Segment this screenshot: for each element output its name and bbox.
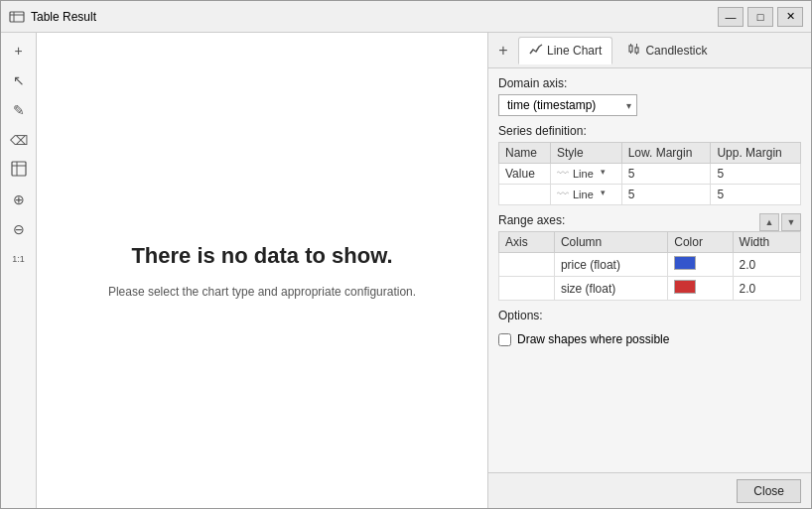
domain-axis-label: Domain axis: [498, 76, 801, 90]
domain-select-wrapper: time (timestamp) ▾ [498, 94, 637, 116]
range-color-box-0[interactable] [674, 256, 696, 270]
draw-shapes-label: Draw shapes where possible [517, 332, 669, 346]
no-data-title: There is no data to show. [131, 243, 392, 269]
candlestick-tab-icon [627, 42, 641, 59]
tabs-bar: + Line Chart [488, 33, 811, 68]
tab-line-chart[interactable]: Line Chart [518, 37, 612, 64]
range-axis-1 [499, 277, 555, 301]
range-col-color: Color [668, 232, 733, 253]
reset-zoom-button[interactable]: 1:1 [5, 245, 33, 273]
series-definition-section: Series definition: Name Style Low. Margi… [498, 124, 801, 205]
series-style-select-wrapper-0: Line [571, 167, 606, 181]
tab-line-chart-label: Line Chart [547, 44, 602, 58]
eraser-icon: ⌫ [10, 133, 28, 148]
cursor-icon: ↖ [13, 72, 25, 88]
range-axes-header: Range axes: ▲ ▼ [498, 213, 801, 231]
range-row-0: price (float) 2.0 [499, 253, 801, 277]
range-nav-down-button[interactable]: ▼ [781, 213, 801, 231]
series-style-select-1[interactable]: Line [571, 189, 606, 200]
series-definition-label: Series definition: [498, 124, 801, 138]
range-nav-buttons: ▲ ▼ [759, 213, 801, 231]
range-column-1: size (float) [554, 277, 667, 301]
zoom-out-button[interactable]: ⊖ [5, 215, 33, 243]
series-name-0: Value [499, 164, 551, 185]
cursor-tool-button[interactable]: ↖ [5, 66, 33, 94]
series-low-margin-1: 5 [621, 185, 711, 205]
options-label: Options: [498, 309, 801, 322]
range-width-0: 2.0 [733, 253, 800, 277]
main-content: + ↖ ✎ ⌫ [1, 33, 811, 508]
add-icon: + [14, 43, 22, 59]
range-col-axis: Axis [499, 232, 555, 253]
series-col-upp-margin: Upp. Margin [711, 143, 801, 164]
range-axes-section: Range axes: ▲ ▼ Axis Column Color [498, 213, 801, 301]
right-panel: + Line Chart [487, 33, 811, 508]
range-color-1 [668, 277, 733, 301]
range-axes-label: Range axes: [498, 213, 565, 227]
range-table: Axis Column Color Width price (float) [498, 231, 801, 301]
window-controls: — □ ✕ [718, 7, 803, 27]
zoom-out-icon: ⊖ [13, 221, 25, 237]
options-section: Options: Draw shapes where possible [498, 309, 801, 346]
draw-shapes-checkbox[interactable] [498, 333, 511, 346]
maximize-button[interactable]: □ [747, 7, 773, 27]
svg-rect-0 [10, 12, 24, 22]
tab-candlestick-label: Candlestick [645, 44, 707, 58]
close-button[interactable]: Close [737, 479, 801, 503]
draw-shapes-row: Draw shapes where possible [498, 332, 801, 346]
svg-rect-9 [635, 48, 638, 53]
series-style-0: 〰 Line [551, 164, 622, 185]
zoom-in-button[interactable]: ⊕ [5, 186, 33, 213]
svg-rect-6 [629, 46, 632, 52]
series-style-select-0[interactable]: Line [571, 168, 606, 180]
range-row-1: size (float) 2.0 [499, 277, 801, 301]
range-axis-0 [499, 253, 555, 277]
chart-canvas: There is no data to show. Please select … [37, 33, 487, 508]
range-nav-up-button[interactable]: ▲ [759, 213, 779, 231]
table-tool-button[interactable] [5, 156, 33, 184]
range-column-0: price (float) [554, 253, 667, 277]
range-color-box-1[interactable] [674, 280, 696, 294]
add-tab-button[interactable]: + [492, 40, 514, 62]
domain-axis-select[interactable]: time (timestamp) [498, 94, 637, 116]
minimize-button[interactable]: — [718, 7, 744, 27]
series-upp-margin-0: 5 [711, 164, 801, 185]
pen-tool-button[interactable]: ✎ [5, 96, 33, 124]
series-style-1: 〰 Line [551, 185, 622, 205]
tab-candlestick[interactable]: Candlestick [616, 37, 718, 64]
eraser-tool-button[interactable]: ⌫ [5, 126, 33, 154]
vertical-toolbar: + ↖ ✎ ⌫ [1, 33, 37, 508]
pen-icon: ✎ [13, 102, 25, 118]
add-tool-button[interactable]: + [5, 37, 33, 64]
series-col-low-margin: Low. Margin [621, 143, 711, 164]
reset-zoom-icon: 1:1 [12, 254, 25, 264]
add-tab-icon: + [498, 42, 507, 60]
svg-rect-3 [12, 162, 26, 176]
bottom-bar: Close [488, 472, 811, 508]
series-style-icon-0: 〰 [557, 167, 569, 181]
range-color-0 [668, 253, 733, 277]
series-col-name: Name [499, 143, 551, 164]
no-data-subtitle: Please select the chart type and appropr… [108, 285, 416, 299]
titlebar: Table Result — □ ✕ [1, 1, 811, 33]
left-panel: + ↖ ✎ ⌫ [1, 33, 487, 508]
series-row-0: Value 〰 Line [499, 164, 801, 185]
domain-axis-section: Domain axis: time (timestamp) ▾ [498, 76, 801, 116]
line-chart-tab-icon [529, 43, 543, 60]
zoom-in-icon: ⊕ [13, 191, 25, 207]
series-col-style: Style [551, 143, 622, 164]
range-width-1: 2.0 [733, 277, 800, 301]
app-window: Table Result — □ ✕ + ↖ ✎ ⌫ [0, 0, 812, 509]
close-window-button[interactable]: ✕ [777, 7, 803, 27]
series-style-icon-1: 〰 [557, 188, 569, 201]
series-row-1: 〰 Line 5 5 [499, 185, 801, 205]
panel-body: Domain axis: time (timestamp) ▾ Series d… [488, 68, 811, 472]
range-col-column: Column [554, 232, 667, 253]
series-name-1 [499, 185, 551, 205]
table-icon [11, 161, 27, 180]
series-table: Name Style Low. Margin Upp. Margin Value [498, 142, 801, 205]
series-style-select-wrapper-1: Line [571, 188, 606, 201]
range-col-width: Width [733, 232, 800, 253]
series-low-margin-0: 5 [621, 164, 711, 185]
series-upp-margin-1: 5 [711, 185, 801, 205]
